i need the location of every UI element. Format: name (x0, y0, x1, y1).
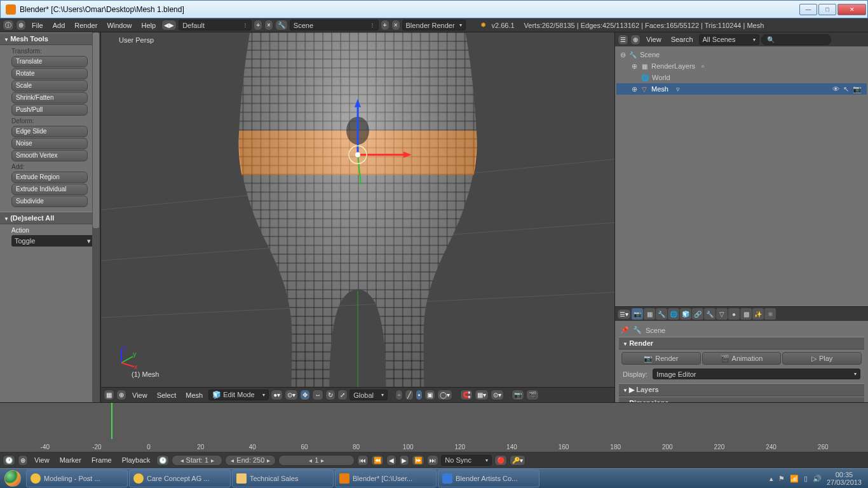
manip-rotate-icon[interactable]: ↻ (325, 390, 336, 400)
editor-type-3dview-icon[interactable]: ▦ (104, 390, 114, 400)
scene-browse-icon[interactable]: 🔧 (275, 20, 288, 30)
play-reverse-icon[interactable]: ◀ (386, 455, 397, 466)
animation-button[interactable]: 🎬Animation (702, 352, 782, 365)
keyset-icon[interactable]: 🔑▾ (510, 455, 526, 466)
outliner-search-input[interactable]: 🔍 (761, 34, 831, 45)
tab-particles[interactable]: ✨ (752, 308, 764, 320)
tl-menu-view[interactable]: View (31, 456, 53, 464)
close-button[interactable]: ✕ (837, 4, 866, 15)
outliner-renderlayers-row[interactable]: ⊕▦RenderLayers ▫ (616, 60, 867, 72)
layers-panel-header[interactable]: ▶ Layers (619, 383, 864, 396)
orientation-select[interactable]: Global▾ (349, 390, 388, 400)
menu-file[interactable]: File (28, 22, 47, 29)
menu-window[interactable]: Window (103, 22, 135, 29)
deselect-all-header[interactable]: (De)select All (0, 212, 100, 224)
timeline-track[interactable]: -40 -20 0 20 40 60 80 100 120 140 160 18… (0, 403, 868, 452)
play-forward-icon[interactable]: ▶ (399, 455, 409, 466)
render-panel-header[interactable]: Render (619, 337, 864, 349)
subdivide-button[interactable]: Subdivide (11, 196, 88, 207)
del-scene-icon[interactable]: × (391, 20, 400, 30)
tl-menu-marker[interactable]: Marker (56, 456, 85, 464)
vp-menu-mesh[interactable]: Mesh (182, 391, 207, 399)
current-frame-input[interactable]: ◂ 1 ▸ (278, 455, 355, 466)
maximize-button[interactable]: □ (818, 4, 836, 15)
task-item[interactable]: Blender* [C:\User... (335, 470, 437, 487)
dimensions-panel-header[interactable]: Dimensions (619, 396, 864, 402)
timeline-collapse-icon[interactable]: ⊕ (18, 455, 28, 466)
action-select[interactable]: Toggle▾ (11, 235, 94, 247)
scale-button[interactable]: Scale (11, 80, 88, 92)
vp-menu-view[interactable]: View (128, 391, 151, 399)
manipulator-icon[interactable]: ✥ (300, 390, 310, 400)
add-scene-icon[interactable]: + (381, 20, 390, 30)
menu-help[interactable]: Help (138, 22, 160, 29)
tab-object[interactable]: 🧊 (680, 308, 691, 320)
tl-menu-playback[interactable]: Playback (118, 456, 154, 464)
taskbar-clock[interactable]: 00:35 27/03/2013 (827, 471, 862, 486)
minimize-button[interactable]: — (799, 4, 817, 15)
render-engine-select[interactable]: Blender Render▾ (402, 20, 466, 30)
end-frame-input[interactable]: ◂ End: 250 ▸ (225, 455, 276, 466)
add-layout-icon[interactable]: + (254, 20, 262, 30)
jump-start-icon[interactable]: ⏮ (357, 455, 369, 466)
screen-layout-select[interactable]: Default⋮ (179, 20, 252, 30)
jump-end-icon[interactable]: ⏭ (427, 455, 438, 466)
manip-translate-icon[interactable]: ↔ (312, 390, 323, 400)
flag-icon[interactable]: ⚑ (778, 475, 785, 483)
del-layout-icon[interactable]: × (264, 20, 273, 30)
edge-select-icon[interactable]: ╱ (405, 390, 414, 400)
push-pull-button[interactable]: Push/Pull (11, 104, 88, 116)
collapse-icon[interactable]: ⊕ (116, 390, 126, 400)
outliner-search-menu[interactable]: Search (667, 36, 697, 43)
face-select-icon[interactable]: ▪ (416, 390, 423, 400)
start-button[interactable] (0, 469, 25, 489)
edge-slide-button[interactable]: Edge Slide (11, 126, 88, 137)
autokey-icon[interactable]: 🔴 (494, 455, 507, 466)
eye-icon[interactable]: 👁 (832, 85, 839, 93)
outliner-editor-icon[interactable]: ☰ (618, 34, 628, 45)
tab-texture[interactable]: ▩ (740, 308, 752, 320)
mesh-tools-header[interactable]: Mesh Tools (0, 32, 100, 45)
battery-icon[interactable]: ▯ (804, 475, 808, 483)
playhead[interactable] (111, 403, 112, 439)
pin-icon[interactable]: 📌 (620, 326, 629, 334)
shrink-fatten-button[interactable]: Shrink/Fatten (11, 92, 88, 104)
menu-render[interactable]: Render (71, 22, 101, 29)
timeline-editor-icon[interactable]: 🕐 (3, 455, 15, 466)
tab-physics[interactable]: ⚛ (764, 308, 776, 320)
manip-scale-icon[interactable]: ⤢ (337, 390, 348, 400)
keyframe-next-icon[interactable]: ⏩ (412, 455, 424, 466)
opengl-anim-icon[interactable]: 🎬 (526, 390, 539, 400)
tab-constraints[interactable]: 🔗 (692, 308, 703, 320)
props-editor-icon[interactable]: ☰▾ (617, 309, 631, 320)
tab-material[interactable]: ● (728, 308, 740, 320)
tab-scene[interactable]: 🔧 (656, 308, 667, 320)
volume-icon[interactable]: 🔊 (813, 475, 822, 483)
tab-renderlayers[interactable]: ▦ (644, 308, 655, 320)
sync-select[interactable]: No Sync▾ (441, 455, 492, 466)
smooth-vertex-button[interactable]: Smooth Vertex (11, 150, 88, 161)
vp-menu-select[interactable]: Select (153, 391, 180, 399)
outliner-scene-row[interactable]: ⊖🔧Scene (616, 49, 867, 60)
opengl-render-icon[interactable]: 📷 (512, 390, 524, 400)
prop-edit-icon[interactable]: ◯▾ (437, 390, 452, 400)
keyframe-prev-icon[interactable]: ⏪ (371, 455, 384, 466)
vertex-select-icon[interactable]: ▫ (395, 390, 403, 400)
render-button[interactable]: 📷Render (621, 352, 701, 365)
outliner-filter-select[interactable]: All Scenes▾ (699, 34, 759, 45)
task-item[interactable]: Technical Sales (232, 470, 334, 487)
noise-button[interactable]: Noise (11, 138, 88, 149)
cursor-icon[interactable]: ↖ (843, 85, 849, 93)
menu-add[interactable]: Add (49, 22, 69, 29)
back-icon[interactable]: ◀▶ (161, 20, 177, 30)
extrude-individual-button[interactable]: Extrude Individual (11, 184, 88, 195)
tab-data[interactable]: ▽ (716, 308, 728, 320)
collapse-menus-icon[interactable]: ⊕ (16, 20, 26, 30)
tab-modifiers[interactable]: 🔧 (704, 308, 715, 320)
camera-icon[interactable]: 📷 (853, 85, 862, 93)
pivot-select-icon[interactable]: ⊙▾ (285, 390, 298, 400)
range-icon[interactable]: 🕐 (156, 455, 169, 466)
task-item[interactable]: Modeling - Post ... (26, 470, 128, 487)
task-item[interactable]: Care Concept AG ... (129, 470, 231, 487)
tl-menu-frame[interactable]: Frame (88, 456, 116, 464)
